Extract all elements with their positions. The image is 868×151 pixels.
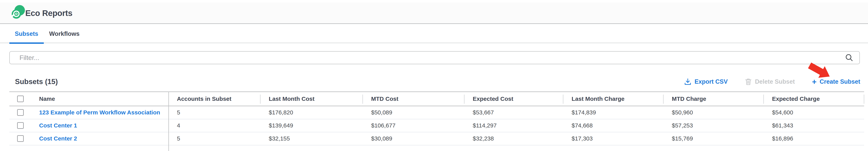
- col-header-mtd-cost[interactable]: MTD Cost: [363, 92, 464, 106]
- row-checkbox[interactable]: [17, 109, 24, 116]
- name-column-divider: [168, 91, 169, 151]
- app-header: Eco Reports: [0, 3, 868, 24]
- eco-swirl-icon: [11, 5, 25, 20]
- cell-expected-charge: $61,343: [764, 119, 864, 132]
- plus-icon: +: [812, 78, 816, 86]
- create-subset-button[interactable]: + Create Subset: [812, 78, 860, 86]
- cell-last-month-cost: $139,649: [260, 119, 363, 132]
- cell-mtd-charge: $15,769: [663, 132, 764, 145]
- create-subset-label: Create Subset: [820, 78, 860, 85]
- filter-input[interactable]: [9, 51, 860, 64]
- tab-subsets[interactable]: Subsets: [9, 25, 44, 43]
- table-actions: Export CSV Delete Subset + Create Subset: [684, 75, 860, 89]
- search-icon[interactable]: [845, 53, 854, 62]
- row-checkbox[interactable]: [17, 122, 24, 129]
- subsets-table: Name Accounts in Subset Last Month Cost …: [9, 91, 864, 145]
- page-title: Eco Reports: [25, 3, 72, 24]
- cell-expected-cost: $53,667: [464, 106, 563, 119]
- subset-name-link[interactable]: 123 Example of Perm Workflow Association: [39, 109, 160, 116]
- export-csv-label: Export CSV: [694, 78, 728, 85]
- cell-expected-cost: $32,238: [464, 132, 563, 145]
- table-row: 123 Example of Perm Workflow Association…: [9, 106, 864, 119]
- cell-accounts: 4: [168, 119, 260, 132]
- download-icon: [684, 78, 691, 85]
- export-csv-button[interactable]: Export CSV: [684, 78, 728, 85]
- trash-icon: [745, 78, 752, 85]
- cell-last-month-cost: $176,820: [260, 106, 363, 119]
- tab-workflows[interactable]: Workflows: [44, 25, 85, 43]
- section-row: Subsets (15) Export CSV Delete Subset + …: [0, 75, 868, 89]
- cell-last-month-charge: $74,668: [563, 119, 663, 132]
- col-header-last-month-charge[interactable]: Last Month Charge: [563, 92, 663, 106]
- cell-mtd-charge: $50,960: [663, 106, 764, 119]
- cell-mtd-cost: $106,677: [363, 119, 464, 132]
- cell-accounts: 5: [168, 132, 260, 145]
- delete-subset-label: Delete Subset: [755, 78, 795, 85]
- cell-expected-charge: $16,896: [764, 132, 864, 145]
- cell-mtd-cost: $50,089: [363, 106, 464, 119]
- cell-last-month-charge: $17,303: [563, 132, 663, 145]
- table-row: Cost Center 1 4 $139,649 $106,677 $114,2…: [9, 119, 864, 132]
- tabbar: Subsets Workflows: [0, 25, 868, 43]
- table-row: Cost Center 2 5 $32,155 $30,089 $32,238 …: [9, 132, 864, 145]
- cell-mtd-cost: $30,089: [363, 132, 464, 145]
- cell-accounts: 5: [168, 106, 260, 119]
- delete-subset-button: Delete Subset: [745, 78, 795, 85]
- subset-name-link[interactable]: Cost Center 1: [39, 122, 77, 129]
- table-header-row: Name Accounts in Subset Last Month Cost …: [9, 92, 864, 106]
- col-header-expected-charge[interactable]: Expected Charge: [764, 92, 864, 106]
- cell-expected-charge: $54,600: [764, 106, 864, 119]
- eco-reports-page: Eco Reports Subsets Workflows Subsets (1…: [0, 0, 868, 151]
- cell-last-month-cost: $32,155: [260, 132, 363, 145]
- cell-expected-cost: $114,297: [464, 119, 563, 132]
- col-header-last-month-cost[interactable]: Last Month Cost: [260, 92, 363, 106]
- col-header-mtd-charge[interactable]: MTD Charge: [663, 92, 764, 106]
- col-header-accounts[interactable]: Accounts in Subset: [168, 92, 260, 106]
- cell-mtd-charge: $57,253: [663, 119, 764, 132]
- row-checkbox[interactable]: [17, 135, 24, 142]
- cell-last-month-charge: $174,839: [563, 106, 663, 119]
- col-header-name[interactable]: Name: [31, 92, 168, 106]
- subset-name-link[interactable]: Cost Center 2: [39, 135, 77, 142]
- select-all-checkbox[interactable]: [17, 95, 24, 102]
- section-title: Subsets (15): [15, 75, 58, 89]
- filter-bar: [9, 51, 860, 64]
- col-header-expected-cost[interactable]: Expected Cost: [464, 92, 563, 106]
